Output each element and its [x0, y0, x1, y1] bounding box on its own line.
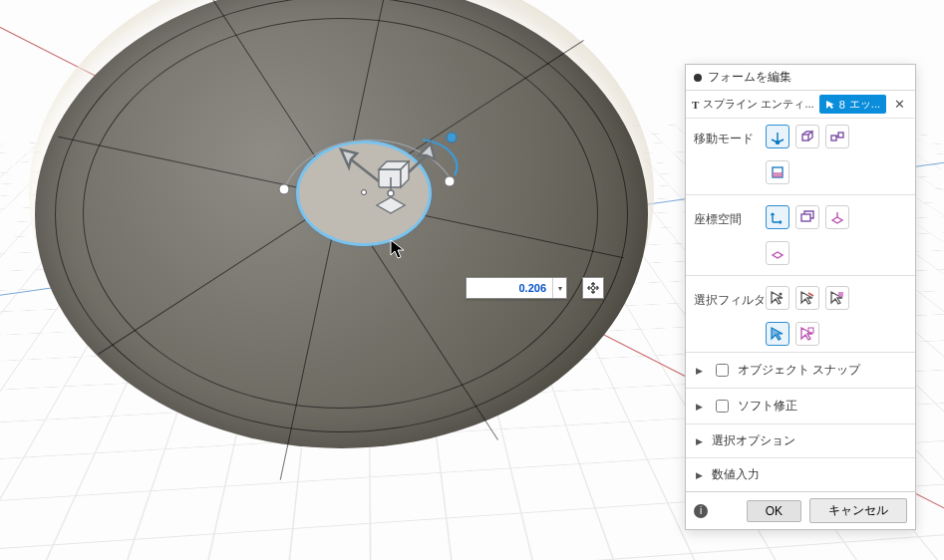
collapse-sel-options[interactable]: ▶ 選択オプション [686, 423, 915, 457]
panel-title: フォームを編集 [686, 65, 915, 91]
move-mode-triad-icon[interactable] [766, 125, 789, 148]
svg-point-10 [777, 141, 780, 144]
filter-all-icon[interactable] [795, 322, 819, 346]
reset-transform-button[interactable] [582, 277, 604, 299]
rotate-arc-indicators [254, 90, 473, 289]
svg-point-0 [279, 184, 289, 194]
svg-point-9 [591, 286, 595, 290]
cancel-button[interactable]: キャンセル [809, 498, 907, 523]
collapse-object-snap[interactable]: ▶ オブジェクト スナップ [686, 352, 915, 388]
sel-options-label: 選択オプション [712, 432, 795, 449]
label-move-mode: 移動モード [694, 125, 766, 147]
coord-world-icon[interactable] [766, 205, 789, 229]
chevron-right-icon: ▶ [696, 436, 706, 446]
filter-body-icon[interactable] [766, 322, 789, 346]
coord-view-icon[interactable] [795, 205, 819, 229]
soft-mod-label: ソフト修正 [738, 398, 797, 415]
coord-selection-icon[interactable] [766, 241, 789, 265]
label-coord-space: 座標空間 [694, 205, 766, 228]
clear-selection-button[interactable]: ✕ [890, 97, 909, 112]
panel-title-text: フォームを編集 [708, 69, 791, 86]
filter-edge-icon[interactable] [795, 286, 819, 310]
scale-value-input-group[interactable]: ▾ [466, 277, 567, 299]
row-move-mode: 移動モード [686, 119, 915, 190]
svg-rect-12 [831, 136, 836, 140]
move-mode-transform-icon[interactable] [825, 125, 849, 148]
svg-rect-16 [801, 214, 810, 221]
svg-rect-11 [802, 135, 808, 140]
selection-chip[interactable]: 8 エッ... [819, 95, 886, 114]
chevron-right-icon: ▶ [696, 366, 706, 376]
svg-rect-15 [773, 172, 783, 177]
svg-point-1 [445, 176, 455, 186]
edit-form-panel: フォームを編集 T スプライン エンティ... 8 エッ... ✕ 移動モード [685, 64, 916, 530]
num-input-label: 数値入力 [712, 466, 760, 483]
ok-button[interactable]: OK [747, 500, 801, 522]
soft-mod-checkbox[interactable] [716, 400, 729, 413]
row-coord-space: 座標空間 [686, 199, 915, 271]
label-sel-filter: 選択フィルタ [694, 286, 766, 309]
collapse-soft-mod[interactable]: ▶ ソフト修正 [686, 388, 915, 423]
move-mode-drag-icon[interactable] [795, 125, 819, 148]
collapse-num-input[interactable]: ▶ 数値入力 [686, 457, 915, 491]
coord-local-icon[interactable] [825, 205, 849, 229]
filter-face-icon[interactable] [825, 286, 849, 310]
entity-selector-row: T スプライン エンティ... 8 エッ... ✕ [686, 91, 915, 119]
scale-value-dropdown[interactable]: ▾ [552, 278, 566, 298]
tspline-body[interactable] [35, 0, 648, 448]
svg-rect-13 [838, 133, 843, 138]
move-mode-plane-icon[interactable] [766, 160, 789, 184]
info-icon[interactable]: i [694, 504, 708, 518]
chevron-right-icon: ▶ [696, 402, 706, 412]
filter-vertex-icon[interactable] [766, 286, 789, 310]
svg-rect-19 [838, 292, 843, 297]
chevron-right-icon: ▶ [696, 470, 706, 480]
scale-value-input[interactable] [467, 278, 552, 298]
entity-label: T スプライン エンティ... [692, 97, 815, 112]
object-snap-checkbox[interactable] [716, 364, 729, 377]
panel-footer: i OK キャンセル [686, 491, 915, 529]
object-snap-label: オブジェクト スナップ [738, 362, 860, 379]
mouse-cursor [390, 239, 406, 259]
panel-state-dot [694, 74, 702, 82]
row-sel-filter: 選択フィルタ [686, 280, 915, 352]
svg-point-17 [780, 293, 783, 296]
